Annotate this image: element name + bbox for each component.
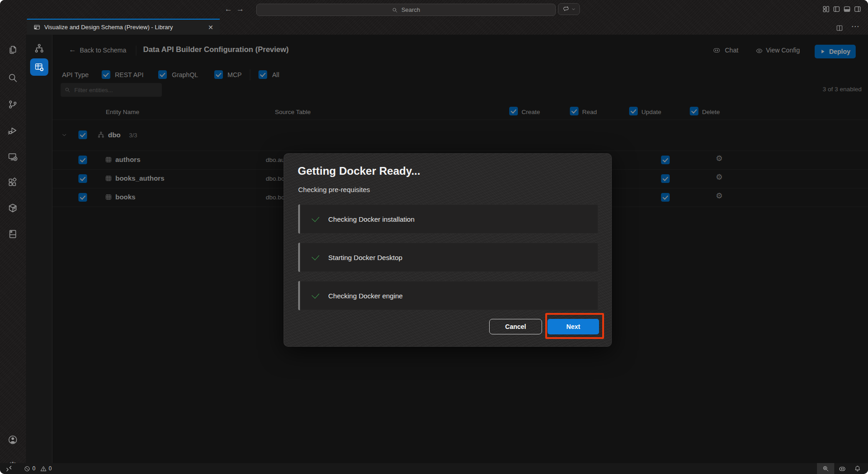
error-count: 0 bbox=[32, 465, 36, 472]
vscode-window: ← → Search Visualize and Design Schema (… bbox=[0, 0, 868, 474]
sidebar-left-icon bbox=[832, 5, 841, 13]
explorer-icon[interactable] bbox=[7, 44, 18, 55]
toggle-sidebar-button[interactable] bbox=[831, 4, 842, 15]
chevron-down-icon bbox=[571, 7, 576, 11]
cancel-button[interactable]: Cancel bbox=[489, 319, 542, 334]
zoom-in-icon bbox=[822, 465, 829, 472]
search-placeholder: Search bbox=[401, 6, 420, 13]
dialog-title: Getting Docker Ready... bbox=[298, 165, 420, 177]
zoom-status-button[interactable] bbox=[817, 463, 834, 474]
account-icon[interactable] bbox=[7, 434, 18, 445]
schema-view-button[interactable] bbox=[34, 43, 45, 54]
nav-back-button[interactable]: ← bbox=[222, 3, 234, 15]
copilot-icon bbox=[838, 465, 846, 473]
source-control-icon[interactable] bbox=[7, 99, 18, 110]
warning-icon bbox=[40, 465, 47, 472]
notifications-button[interactable] bbox=[850, 465, 865, 472]
check-icon bbox=[312, 253, 320, 261]
command-center-search[interactable]: Search bbox=[256, 4, 556, 16]
tab-bar: Visualize and Design Schema (Preview) - … bbox=[26, 19, 868, 35]
activity-bar: ⚙ bbox=[0, 19, 26, 463]
chat-sparkle-icon bbox=[562, 5, 569, 13]
status-bar: 0 0 bbox=[0, 463, 868, 474]
check-icon bbox=[312, 215, 320, 223]
title-bar: ← → Search bbox=[0, 0, 868, 19]
container-tools-icon[interactable] bbox=[7, 203, 18, 214]
layout-grid-icon bbox=[822, 5, 830, 13]
copilot-chat-button[interactable] bbox=[558, 3, 580, 15]
forward-arrow-icon: → bbox=[237, 5, 244, 14]
panel-bottom-icon bbox=[843, 5, 851, 13]
remote-explorer-icon[interactable] bbox=[7, 151, 18, 162]
schema-org-icon bbox=[34, 43, 45, 54]
designer-view-bar bbox=[26, 35, 52, 463]
search-view-icon[interactable] bbox=[7, 73, 18, 83]
remote-icon bbox=[5, 465, 13, 472]
bell-icon bbox=[854, 465, 861, 472]
database-projects-icon[interactable] bbox=[7, 229, 18, 240]
nav-forward-button[interactable]: → bbox=[234, 3, 246, 15]
copilot-status-button[interactable] bbox=[834, 465, 850, 473]
editor-more-actions-button[interactable]: ⋯ bbox=[850, 21, 861, 32]
step-checking-docker-installation: Checking Docker installation bbox=[298, 204, 598, 234]
extensions-icon[interactable] bbox=[7, 177, 18, 188]
tab-visualize-design-schema[interactable]: Visualize and Design Schema (Preview) - … bbox=[27, 19, 220, 35]
step-starting-docker-desktop: Starting Docker Desktop bbox=[298, 243, 598, 272]
dialog-subtitle: Checking pre-requisites bbox=[298, 186, 370, 193]
search-icon bbox=[392, 7, 398, 13]
problems-indicator[interactable]: 0 0 bbox=[24, 465, 52, 472]
check-icon bbox=[312, 292, 320, 300]
ellipsis-icon: ⋯ bbox=[851, 21, 859, 31]
split-editor-icon bbox=[836, 24, 843, 32]
schema-designer-icon bbox=[33, 24, 41, 31]
back-arrow-icon: ← bbox=[225, 5, 232, 14]
run-debug-icon[interactable] bbox=[7, 125, 18, 136]
warning-count: 0 bbox=[49, 465, 52, 472]
step-checking-docker-engine: Checking Docker engine bbox=[298, 281, 598, 310]
sidebar-right-icon bbox=[853, 5, 862, 13]
tab-close-icon[interactable]: ✕ bbox=[206, 23, 215, 32]
customize-layout-button[interactable] bbox=[821, 4, 832, 15]
dab-config-view-button[interactable] bbox=[30, 58, 48, 76]
annotation-highlight-next bbox=[545, 313, 604, 339]
tab-title: Visualize and Design Schema (Preview) - … bbox=[44, 24, 202, 31]
error-icon bbox=[24, 465, 31, 472]
split-editor-button[interactable] bbox=[834, 22, 845, 33]
remote-indicator[interactable] bbox=[5, 465, 13, 472]
toggle-secondary-sidebar-button[interactable] bbox=[852, 4, 863, 15]
table-gear-icon bbox=[34, 62, 44, 72]
toggle-panel-button[interactable] bbox=[842, 4, 852, 15]
